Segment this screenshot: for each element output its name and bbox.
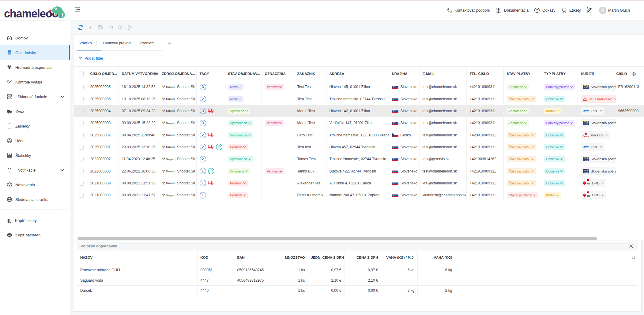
svg-text:POSTA: POSTA — [584, 172, 588, 173]
svg-text:POSTA: POSTA — [584, 160, 588, 161]
svg-text:POSTA: POSTA — [584, 124, 588, 125]
svg-text:POSTA: POSTA — [584, 87, 588, 89]
